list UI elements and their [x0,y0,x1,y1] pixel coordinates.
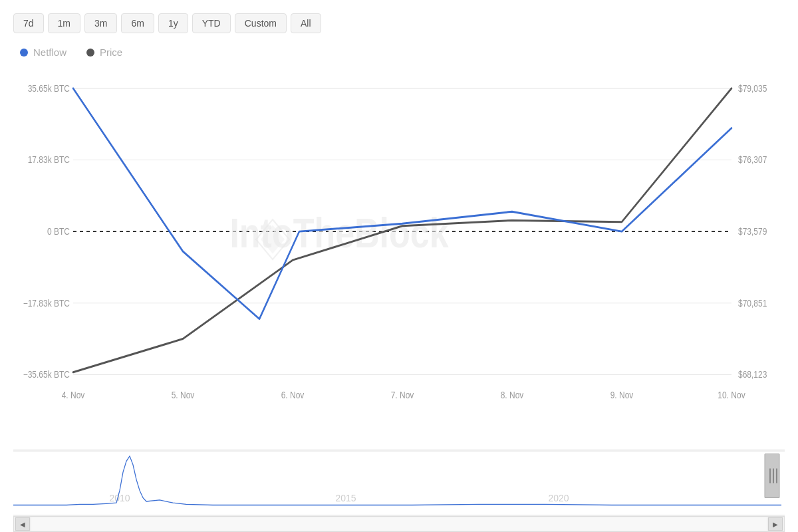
svg-text:8. Nov: 8. Nov [501,390,524,400]
legend-price: Price [86,47,122,58]
svg-text:6. Nov: 6. Nov [281,390,305,400]
svg-text:10. Nov: 10. Nov [718,390,745,400]
svg-text:2020: 2020 [548,492,569,503]
time-btn-3m[interactable]: 3m [84,13,117,33]
netflow-dot [20,49,28,57]
price-dot [86,49,94,57]
svg-text:$76,307: $76,307 [738,154,767,165]
time-btn-1y[interactable]: 1y [158,13,188,33]
svg-text:2010: 2010 [109,492,130,503]
svg-text:5. Nov: 5. Nov [172,390,195,400]
time-btn-6m[interactable]: 6m [121,13,154,33]
svg-text:$68,123: $68,123 [738,369,767,380]
main-chart-svg: 35.65k BTC 17.83k BTC 0 BTC −17.83k BTC … [13,65,785,446]
main-chart-container: 35.65k BTC 17.83k BTC 0 BTC −17.83k BTC … [13,65,785,446]
scroll-right-arrow[interactable]: ▶ [768,517,783,531]
svg-text:7. Nov: 7. Nov [391,390,414,400]
svg-text:$70,851: $70,851 [738,298,767,309]
time-btn-1m[interactable]: 1m [48,13,80,33]
price-label: Price [100,47,122,58]
mini-chart-svg: 2010 2015 2020 [13,450,785,516]
svg-text:9. Nov: 9. Nov [610,390,634,400]
svg-text:2015: 2015 [335,492,356,503]
svg-text:$79,035: $79,035 [738,83,767,94]
main-container: 7d1m3m6m1yYTDCustomAll Netflow Price [0,0,798,532]
svg-rect-25 [13,450,785,516]
svg-text:35.65k BTC: 35.65k BTC [28,83,70,94]
scrollbar[interactable]: ◀ ▶ [13,516,785,532]
netflow-label: Netflow [33,47,66,58]
mini-chart-container: 2010 2015 2020 [13,450,785,516]
time-range-toolbar: 7d1m3m6m1yYTDCustomAll [13,13,785,33]
time-btn-all[interactable]: All [291,13,321,33]
svg-text:IntoTheBlock: IntoTheBlock [229,210,448,256]
time-btn-custom[interactable]: Custom [235,13,287,33]
svg-text:4. Nov: 4. Nov [62,390,85,400]
legend-netflow: Netflow [20,47,66,58]
scroll-left-arrow[interactable]: ◀ [15,517,30,531]
chart-legend: Netflow Price [13,47,785,58]
chart-wrapper: 35.65k BTC 17.83k BTC 0 BTC −17.83k BTC … [13,65,785,532]
time-btn-ytd[interactable]: YTD [192,13,231,33]
scroll-track[interactable] [31,517,767,531]
svg-text:17.83k BTC: 17.83k BTC [28,154,70,165]
svg-text:0 BTC: 0 BTC [47,226,70,237]
svg-text:−35.65k BTC: −35.65k BTC [23,369,70,380]
svg-text:$73,579: $73,579 [738,226,767,237]
time-btn-7d[interactable]: 7d [13,13,44,33]
svg-text:−17.83k BTC: −17.83k BTC [23,298,70,309]
